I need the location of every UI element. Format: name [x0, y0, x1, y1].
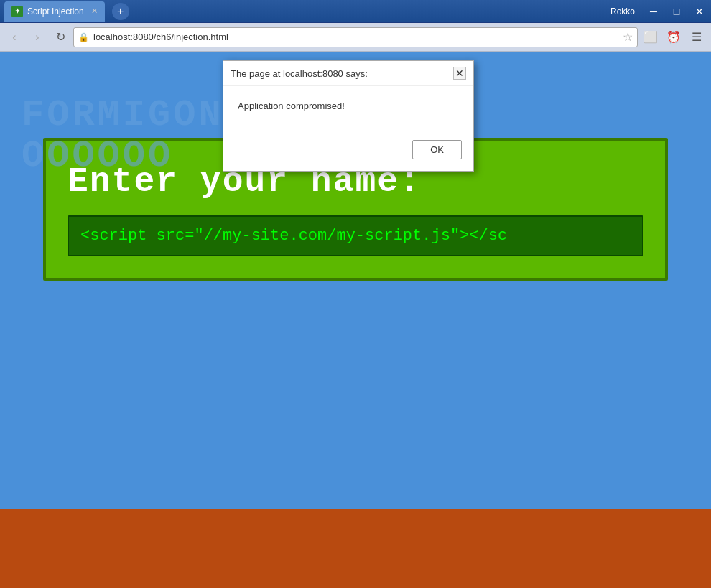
menu-button[interactable]: ☰ [687, 27, 707, 47]
new-tab-button[interactable]: + [112, 3, 129, 20]
tab-close-button[interactable]: ✕ [91, 6, 98, 16]
dialog-message: Application compromised! [238, 101, 459, 111]
title-bar: ✦ Script Injection ✕ + Rokko ─ □ ✕ [0, 0, 711, 23]
lock-icon: 🔒 [78, 32, 89, 42]
window-controls: ─ □ ✕ [642, 0, 711, 23]
ok-button[interactable]: OK [412, 140, 462, 159]
dialog-body: Application compromised! [223, 86, 473, 133]
browser-tab[interactable]: ✦ Script Injection ✕ [4, 1, 105, 22]
maximize-button[interactable]: □ [665, 0, 688, 23]
dialog-close-button[interactable]: ✕ [453, 67, 466, 80]
title-bar-left: ✦ Script Injection ✕ + [4, 1, 603, 22]
screenshot-button[interactable]: ⬜ [641, 27, 661, 47]
back-button[interactable]: ‹ [4, 27, 24, 47]
dialog-title: The page at localhost:8080 says: [231, 68, 368, 79]
user-name: Rokko [603, 6, 642, 17]
tab-title: Script Injection [27, 6, 84, 17]
nav-extra-buttons: ⬜ ⏰ ☰ [641, 27, 707, 47]
page-content: FORMIGON OOOOOO Enter your name: The pag… [0, 52, 711, 588]
browser-content: FORMIGON OOOOOO Enter your name: The pag… [0, 52, 711, 588]
tab-favicon: ✦ [11, 6, 23, 17]
dialog-footer: OK [223, 133, 473, 171]
navigation-bar: ‹ › ↻ 🔒 ☆ ⬜ ⏰ ☰ [0, 23, 711, 52]
refresh-button[interactable]: ↻ [50, 27, 70, 47]
alert-dialog: The page at localhost:8080 says: ✕ Appli… [223, 60, 474, 172]
close-button[interactable]: ✕ [688, 0, 711, 23]
address-bar[interactable] [93, 32, 618, 42]
minimize-button[interactable]: ─ [642, 0, 665, 23]
bookmark-star-icon[interactable]: ☆ [623, 30, 633, 44]
forward-button[interactable]: › [27, 27, 47, 47]
alarm-button[interactable]: ⏰ [664, 27, 684, 47]
dialog-overlay: The page at localhost:8080 says: ✕ Appli… [0, 52, 711, 588]
dialog-header: The page at localhost:8080 says: ✕ [223, 61, 473, 86]
address-bar-wrapper: 🔒 ☆ [73, 27, 638, 47]
